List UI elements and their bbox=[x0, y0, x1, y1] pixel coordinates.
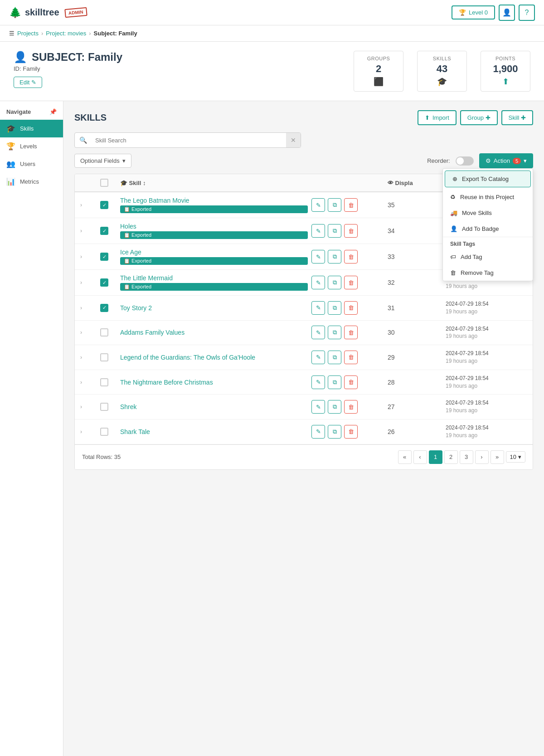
header-checkbox[interactable] bbox=[100, 179, 108, 187]
row-checkbox[interactable] bbox=[100, 428, 108, 436]
delete-skill-button[interactable]: 🗑 bbox=[344, 376, 358, 389]
delete-skill-button[interactable]: 🗑 bbox=[344, 425, 358, 439]
edit-skill-button[interactable]: ✎ bbox=[311, 425, 325, 439]
expand-button[interactable]: › bbox=[80, 329, 97, 336]
row-checkbox[interactable] bbox=[100, 328, 108, 337]
expand-button[interactable]: › bbox=[80, 279, 97, 286]
delete-skill-button[interactable]: 🗑 bbox=[344, 198, 358, 212]
copy-skill-button[interactable]: ⧉ bbox=[328, 326, 341, 339]
edit-skill-button[interactable]: ✎ bbox=[311, 198, 325, 212]
expand-button[interactable]: › bbox=[80, 429, 97, 435]
delete-skill-button[interactable]: 🗑 bbox=[344, 301, 358, 315]
copy-skill-button[interactable]: ⧉ bbox=[328, 351, 341, 364]
page-first-button[interactable]: « bbox=[398, 450, 412, 464]
display-number: 27 bbox=[388, 403, 442, 410]
sidebar-item-skills[interactable]: 🎓 Skills bbox=[0, 120, 63, 137]
copy-skill-button[interactable]: ⧉ bbox=[328, 400, 341, 414]
edit-button[interactable]: Edit ✎ bbox=[14, 77, 42, 88]
skill-name[interactable]: Toy Story 2 bbox=[120, 304, 308, 312]
level-button[interactable]: 🏆 Level 0 bbox=[452, 5, 495, 20]
skill-name[interactable]: Shark Tale bbox=[120, 428, 308, 435]
optional-fields-button[interactable]: Optional Fields ▾ bbox=[74, 154, 131, 168]
expand-button[interactable]: › bbox=[80, 228, 97, 234]
edit-skill-button[interactable]: ✎ bbox=[311, 400, 325, 414]
total-rows: Total Rows: 35 bbox=[82, 454, 121, 460]
move-skills-item[interactable]: 🚚 Move Skills bbox=[443, 205, 533, 221]
edit-skill-button[interactable]: ✎ bbox=[311, 326, 325, 339]
import-button[interactable]: ⬆ Import bbox=[418, 110, 457, 125]
delete-skill-button[interactable]: 🗑 bbox=[344, 351, 358, 364]
breadcrumb-projects[interactable]: Projects bbox=[17, 30, 39, 37]
delete-skill-button[interactable]: 🗑 bbox=[344, 276, 358, 289]
row-checkbox[interactable]: ✓ bbox=[100, 227, 108, 235]
row-checkbox[interactable]: ✓ bbox=[100, 278, 108, 287]
per-page-selector[interactable]: 10 ▾ bbox=[506, 451, 525, 463]
group-button[interactable]: Group ✚ bbox=[460, 110, 498, 125]
edit-skill-button[interactable]: ✎ bbox=[311, 276, 325, 289]
reuse-project-item[interactable]: ♻ Reuse in this Project bbox=[443, 189, 533, 205]
skill-name[interactable]: Ice Age bbox=[120, 249, 308, 256]
page-1-button[interactable]: 1 bbox=[429, 450, 442, 464]
remove-tag-item[interactable]: 🗑 Remove Tag bbox=[443, 265, 533, 281]
skill-name[interactable]: Holes bbox=[120, 223, 308, 230]
skill-add-button[interactable]: Skill ✚ bbox=[501, 110, 533, 125]
row-checkbox[interactable] bbox=[100, 403, 108, 411]
page-last-button[interactable]: » bbox=[491, 450, 504, 464]
copy-skill-button[interactable]: ⧉ bbox=[328, 301, 341, 315]
row-checkbox[interactable] bbox=[100, 378, 108, 386]
toolbar-secondary: Optional Fields ▾ Reorder: ⚙ Action 5 ▾ bbox=[74, 153, 533, 168]
copy-skill-button[interactable]: ⧉ bbox=[328, 276, 341, 289]
action-icons: ✎ ⧉ 🗑 bbox=[311, 250, 384, 263]
edit-skill-button[interactable]: ✎ bbox=[311, 376, 325, 389]
row-checkbox[interactable]: ✓ bbox=[100, 304, 108, 312]
add-tag-item[interactable]: 🏷 Add Tag bbox=[443, 249, 533, 265]
edit-skill-button[interactable]: ✎ bbox=[311, 301, 325, 315]
copy-skill-button[interactable]: ⧉ bbox=[328, 250, 341, 263]
delete-skill-button[interactable]: 🗑 bbox=[344, 224, 358, 238]
copy-skill-button[interactable]: ⧉ bbox=[328, 376, 341, 389]
copy-skill-button[interactable]: ⧉ bbox=[328, 224, 341, 238]
skill-name[interactable]: Shrek bbox=[120, 403, 308, 410]
row-checkbox[interactable]: ✓ bbox=[100, 253, 108, 261]
page-prev-button[interactable]: ‹ bbox=[413, 450, 427, 464]
nav-pin-icon[interactable]: 📌 bbox=[49, 108, 57, 115]
display-number: 34 bbox=[388, 227, 442, 234]
table-row: › Legend of the Guardians: The Owls of G… bbox=[75, 345, 533, 370]
user-button[interactable]: 👤 bbox=[499, 5, 515, 21]
skill-name[interactable]: Legend of the Guardians: The Owls of Ga'… bbox=[120, 354, 308, 361]
sidebar-item-metrics[interactable]: 📊 Metrics bbox=[0, 173, 63, 190]
copy-skill-button[interactable]: ⧉ bbox=[328, 425, 341, 439]
sidebar-item-levels[interactable]: 🏆 Levels bbox=[0, 137, 63, 155]
reorder-toggle[interactable] bbox=[456, 156, 474, 166]
action-button[interactable]: ⚙ Action 5 ▾ bbox=[479, 153, 533, 168]
expand-button[interactable]: › bbox=[80, 379, 97, 385]
page-3-button[interactable]: 3 bbox=[460, 450, 473, 464]
page-2-button[interactable]: 2 bbox=[444, 450, 458, 464]
expand-button[interactable]: › bbox=[80, 254, 97, 260]
skill-name[interactable]: The Little Mermaid bbox=[120, 274, 308, 282]
expand-button[interactable]: › bbox=[80, 305, 97, 311]
skill-name[interactable]: The Lego Batman Movie bbox=[120, 197, 308, 204]
page-next-button[interactable]: › bbox=[475, 450, 489, 464]
expand-button[interactable]: › bbox=[80, 202, 97, 208]
add-badge-item[interactable]: 👤 Add To Badge bbox=[443, 221, 533, 237]
row-checkbox[interactable] bbox=[100, 353, 108, 361]
expand-button[interactable]: › bbox=[80, 404, 97, 410]
skill-name[interactable]: The Nightmare Before Christmas bbox=[120, 379, 308, 386]
delete-skill-button[interactable]: 🗑 bbox=[344, 326, 358, 339]
sidebar-item-users[interactable]: 👥 Users bbox=[0, 155, 63, 173]
breadcrumb-project[interactable]: Project: movies bbox=[46, 30, 86, 37]
expand-button[interactable]: › bbox=[80, 354, 97, 361]
edit-skill-button[interactable]: ✎ bbox=[311, 250, 325, 263]
edit-skill-button[interactable]: ✎ bbox=[311, 351, 325, 364]
copy-skill-button[interactable]: ⧉ bbox=[328, 198, 341, 212]
edit-skill-button[interactable]: ✎ bbox=[311, 224, 325, 238]
search-clear-button[interactable]: ✕ bbox=[286, 133, 301, 147]
row-checkbox[interactable]: ✓ bbox=[100, 201, 108, 209]
export-catalog-item[interactable]: ⊕ Export To Catalog bbox=[445, 171, 531, 187]
delete-skill-button[interactable]: 🗑 bbox=[344, 400, 358, 414]
delete-skill-button[interactable]: 🗑 bbox=[344, 250, 358, 263]
help-button[interactable]: ? bbox=[519, 5, 535, 21]
search-input[interactable] bbox=[92, 133, 286, 147]
skill-name[interactable]: Addams Family Values bbox=[120, 329, 308, 336]
